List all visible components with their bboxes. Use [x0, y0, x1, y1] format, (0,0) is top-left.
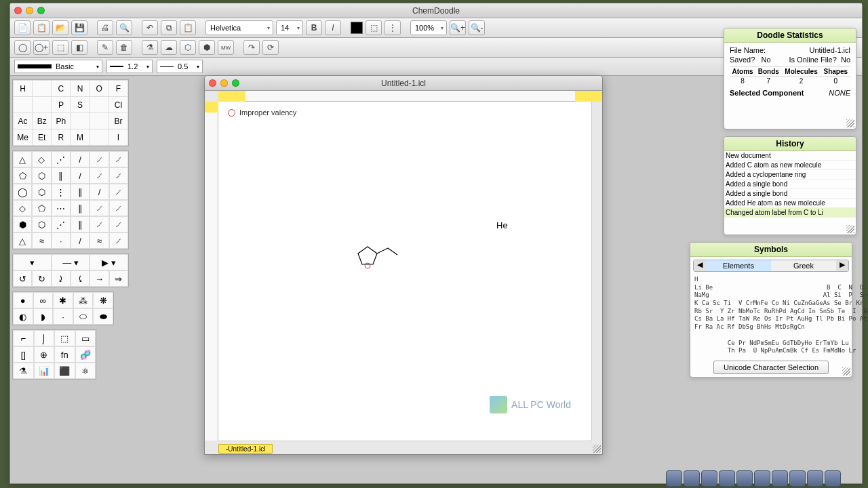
tool-b[interactable]: ☁ [161, 40, 177, 55]
scrollbar-horizontal[interactable] [218, 441, 591, 454]
arrow-r[interactable]: → [90, 270, 108, 287]
shape-tool[interactable]: ⬢ [13, 216, 32, 232]
orb1[interactable]: ● [13, 292, 33, 308]
ruler-vertical[interactable] [205, 102, 218, 441]
element-Bz[interactable]: Bz [33, 113, 52, 129]
dock-item[interactable] [701, 470, 717, 487]
dropdown3[interactable]: ▶ ▾ [90, 254, 128, 270]
redo-button[interactable]: ↷ [243, 40, 260, 55]
orb10[interactable]: ⬬ [93, 308, 113, 325]
print-button[interactable]: 🖨 [97, 20, 113, 35]
lineweight1[interactable]: 1.2 [106, 60, 153, 73]
text-align-button[interactable]: ⋮ [384, 20, 401, 35]
shape-tool[interactable]: ⬡ [32, 216, 51, 232]
color-swatch[interactable] [351, 22, 363, 34]
bold-button[interactable]: B [306, 20, 322, 35]
br2[interactable]: ⌡ [34, 330, 55, 346]
dock-item[interactable] [736, 470, 753, 487]
shape-tool[interactable]: / [71, 167, 90, 184]
shape-tool[interactable]: ⋰ [52, 216, 71, 232]
element-H[interactable]: H [14, 81, 33, 97]
br9[interactable]: ⚗ [13, 363, 34, 379]
orb9[interactable]: ⬭ [73, 308, 94, 325]
shape-tool[interactable]: ◇ [32, 151, 51, 167]
copy-button[interactable]: ⧉ [161, 20, 177, 35]
arrow-d[interactable]: ⇒ [109, 270, 128, 287]
zoomout-button[interactable]: 🔍- [469, 20, 485, 35]
br10[interactable]: 📊 [34, 363, 55, 379]
unicode-button[interactable]: Unicode Character Selection [713, 361, 829, 374]
shape-tool[interactable]: ∥ [71, 184, 90, 200]
dock-item[interactable] [789, 470, 806, 487]
history-item[interactable]: Added C atom as new molecule [724, 161, 856, 170]
shape-tool[interactable]: ∥ [71, 200, 90, 216]
dropdown2[interactable]: — ▾ [52, 254, 90, 270]
orb7[interactable]: ◗ [33, 308, 54, 325]
orb6[interactable]: ◐ [13, 308, 33, 325]
zoomin-button[interactable]: 🔍+ [450, 20, 466, 35]
history-item[interactable]: Added a single bond [724, 189, 856, 199]
tool-d[interactable]: ⬢ [199, 40, 215, 55]
element-M[interactable]: M [71, 129, 90, 146]
orb4[interactable]: ⁂ [73, 292, 94, 308]
open-button[interactable]: 📂 [52, 20, 68, 35]
element-Et[interactable]: Et [33, 129, 52, 146]
shape-tool[interactable]: ⟋ [109, 167, 128, 184]
dock-item[interactable] [719, 470, 735, 487]
br6[interactable]: ⊕ [34, 346, 55, 363]
shape-tool[interactable]: ∥ [71, 216, 90, 232]
shape-tool[interactable]: / [90, 184, 108, 200]
shape-tool[interactable]: △ [13, 151, 32, 167]
shape-tool[interactable]: ⟋ [90, 151, 108, 167]
history-item[interactable]: New document [724, 151, 856, 161]
dock-item[interactable] [754, 470, 770, 487]
shape-tool[interactable]: ◯ [13, 184, 32, 200]
shape-tool[interactable]: ⬠ [13, 167, 32, 184]
arc3[interactable]: ⤸ [52, 270, 71, 287]
shape-tool[interactable]: ⟋ [109, 151, 128, 167]
lasso-button[interactable]: ◯ [14, 40, 31, 55]
font-select[interactable]: Helvetica [205, 20, 273, 35]
fontsize-select[interactable]: 14 [276, 20, 303, 35]
close-icon[interactable] [14, 7, 22, 14]
history-item[interactable]: Added a single bond [724, 180, 856, 189]
marquee-button[interactable]: ⬚ [52, 40, 68, 55]
arc1[interactable]: ↺ [13, 270, 32, 287]
br4[interactable]: ▭ [75, 330, 96, 346]
history-item[interactable]: Added a cyclopentane ring [724, 170, 856, 180]
dock-item[interactable] [825, 470, 841, 487]
orb5[interactable]: ❋ [93, 292, 113, 308]
shape-tool[interactable]: ∥ [52, 167, 71, 184]
arc4[interactable]: ⤹ [71, 270, 90, 287]
pencil-button[interactable]: ✎ [97, 40, 113, 55]
resize-handle-icon[interactable] [846, 225, 854, 233]
shape-tool[interactable]: ⋯ [52, 200, 71, 216]
shape-tool[interactable]: ⟋ [109, 216, 128, 232]
br11[interactable]: ⬛ [54, 363, 75, 379]
shape-tool[interactable]: ⟋ [109, 232, 128, 249]
shape-tool[interactable]: ◇ [13, 200, 32, 216]
lineweight2[interactable]: 0.5 [157, 60, 203, 73]
element-P[interactable]: P [52, 97, 71, 113]
element-Cl[interactable]: Cl [108, 97, 127, 113]
periodic-table[interactable]: H HeLi Be B C N O F NeNaMg Al Si P S Cl … [690, 274, 852, 357]
new-file-button[interactable]: 📄 [14, 20, 31, 35]
element-Ph[interactable]: Ph [52, 113, 71, 129]
shape-tool[interactable]: ⬡ [32, 167, 51, 184]
element-Ac[interactable]: Ac [14, 113, 33, 129]
shape-tool[interactable]: · [52, 232, 71, 249]
atom-label-he[interactable]: He [496, 220, 508, 230]
doc-titlebar[interactable]: Untitled-1.icl [205, 76, 602, 91]
shape-tool[interactable]: ⟋ [109, 200, 128, 216]
tool-a[interactable]: ⚗ [142, 40, 158, 55]
rotate-button[interactable]: ⟳ [262, 40, 279, 55]
shape-tool[interactable]: ⬠ [32, 200, 51, 216]
search-button[interactable]: 🔍 [116, 20, 132, 35]
br7[interactable]: fn [54, 346, 75, 363]
shape-tool[interactable]: ⟋ [109, 184, 128, 200]
dock-item[interactable] [666, 470, 682, 487]
element-R[interactable]: R [52, 129, 71, 146]
doc-zoom-icon[interactable] [232, 79, 239, 87]
dock-item[interactable] [807, 470, 823, 487]
clear-button[interactable]: 🗑 [116, 40, 132, 55]
